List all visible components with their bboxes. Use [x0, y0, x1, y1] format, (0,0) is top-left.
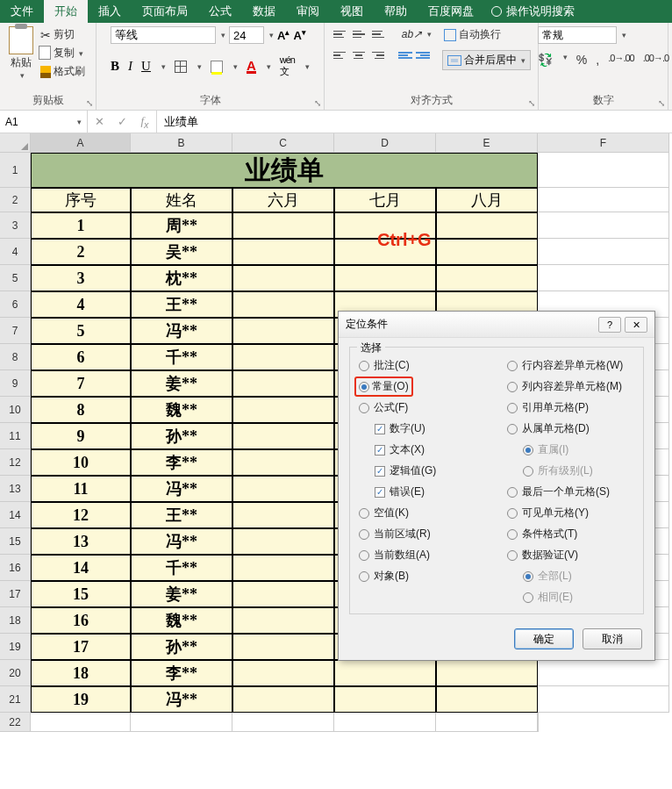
ok-button[interactable]: 确定	[514, 628, 574, 649]
radio-col-diff[interactable]: 列内容差异单元格(M)	[507, 379, 634, 394]
decrease-decimal-icon[interactable]: .00→.0	[643, 53, 668, 67]
cell[interactable]: 13	[31, 528, 131, 555]
header-cell[interactable]: 序号	[31, 188, 131, 212]
font-name-select[interactable]	[111, 26, 216, 44]
cell[interactable]: 千**	[131, 555, 232, 581]
cell[interactable]	[436, 686, 538, 713]
radio-data-val[interactable]: 数据验证(V)	[507, 548, 634, 563]
accounting-format-icon[interactable]: 💱	[538, 53, 553, 67]
font-size-select[interactable]	[229, 26, 264, 44]
header-cell[interactable]: 八月	[436, 188, 538, 212]
chevron-down-icon[interactable]: ▾	[563, 53, 568, 67]
cell[interactable]: 14	[31, 555, 131, 581]
tab-page-layout[interactable]: 页面布局	[132, 0, 198, 23]
decrease-font-icon[interactable]: A▾	[293, 28, 305, 42]
bold-button[interactable]: B	[111, 59, 119, 74]
radio-constants[interactable]: 常量(O)	[359, 379, 486, 394]
tab-file[interactable]: 文件	[0, 0, 44, 23]
cell[interactable]: 10	[31, 449, 131, 476]
cell[interactable]	[232, 581, 334, 607]
radio-current-region[interactable]: 当前区域(R)	[359, 527, 486, 542]
dialog-launcher-icon[interactable]: ⤡	[658, 98, 665, 108]
wrap-text-button[interactable]: 自动换行	[442, 26, 503, 43]
merge-center-button[interactable]: 合并后居中▾	[442, 50, 531, 70]
cell[interactable]	[232, 318, 334, 344]
cell[interactable]: 冯**	[131, 686, 232, 713]
radio-last-cell[interactable]: 最后一个单元格(S)	[507, 484, 634, 499]
cell[interactable]	[232, 634, 334, 660]
cell[interactable]: 冯**	[131, 318, 232, 344]
cell[interactable]: 王**	[131, 502, 232, 528]
tab-view[interactable]: 视图	[330, 0, 374, 23]
cell[interactable]: 冯**	[131, 528, 232, 555]
cell[interactable]	[232, 660, 334, 686]
radio-formulas[interactable]: 公式(F)	[359, 400, 486, 415]
cut-button[interactable]: ✂剪切	[39, 26, 76, 43]
format-painter-button[interactable]: 格式刷	[39, 63, 87, 80]
cell[interactable]	[436, 239, 538, 265]
align-center-icon[interactable]	[351, 47, 367, 63]
cell[interactable]: 孙**	[131, 634, 232, 660]
header-cell[interactable]: 七月	[334, 188, 436, 212]
col-header-C[interactable]: C	[232, 133, 334, 153]
cell[interactable]: 6	[31, 344, 131, 370]
radio-cond-fmt[interactable]: 条件格式(T)	[507, 527, 634, 542]
cell[interactable]	[334, 686, 436, 713]
cell[interactable]	[232, 502, 334, 528]
cell[interactable]: 千**	[131, 344, 232, 370]
cell[interactable]: 11	[31, 476, 131, 502]
cell[interactable]: 周**	[131, 212, 232, 239]
tab-help[interactable]: 帮助	[374, 0, 418, 23]
cell[interactable]	[232, 239, 334, 265]
cell[interactable]: 18	[31, 660, 131, 686]
check-numbers[interactable]: 数字(U)	[375, 421, 486, 436]
radio-row-diff[interactable]: 行内容差异单元格(W)	[507, 358, 634, 373]
cancel-formula-icon[interactable]: ✕	[88, 115, 111, 128]
col-header-D[interactable]: D	[334, 133, 436, 153]
header-cell[interactable]: 姓名	[131, 188, 232, 212]
help-icon[interactable]: ?	[598, 317, 621, 333]
increase-indent-icon[interactable]	[416, 52, 430, 59]
cell[interactable]: 吴**	[131, 239, 232, 265]
check-errors[interactable]: 错误(E)	[375, 484, 486, 499]
chevron-down-icon[interactable]: ▾	[427, 30, 432, 39]
cell[interactable]: 17	[31, 634, 131, 660]
font-color-icon[interactable]: A	[247, 60, 256, 74]
align-top-icon[interactable]	[332, 26, 347, 42]
radio-objects[interactable]: 对象(B)	[359, 569, 486, 584]
cell[interactable]: 3	[31, 265, 131, 291]
fill-color-icon[interactable]	[211, 61, 223, 73]
cell[interactable]	[436, 212, 538, 239]
col-header-A[interactable]: A	[31, 133, 131, 153]
cell[interactable]: 魏**	[131, 607, 232, 634]
cell[interactable]	[232, 449, 334, 476]
cancel-button[interactable]: 取消	[583, 628, 642, 649]
cell[interactable]: 孙**	[131, 423, 232, 449]
radio-dependents[interactable]: 从属单元格(D)	[507, 421, 634, 436]
cell[interactable]: 姜**	[131, 581, 232, 607]
phonetic-icon[interactable]: wén文	[280, 54, 295, 78]
cell[interactable]: 4	[31, 291, 131, 318]
cell[interactable]: 2	[31, 239, 131, 265]
cell[interactable]: 16	[31, 607, 131, 634]
cell[interactable]	[232, 476, 334, 502]
chevron-down-icon[interactable]: ▾	[622, 31, 626, 39]
header-cell[interactable]: 六月	[232, 188, 334, 212]
cell[interactable]	[232, 291, 334, 318]
copy-button[interactable]: 复制▾	[39, 45, 85, 61]
radio-comments[interactable]: 批注(C)	[359, 358, 486, 373]
cell[interactable]: 8	[31, 397, 131, 423]
insert-function-icon[interactable]: fx	[133, 114, 156, 130]
cell[interactable]: 李**	[131, 449, 232, 476]
check-logicals[interactable]: 逻辑值(G)	[375, 463, 486, 478]
chevron-down-icon[interactable]: ▾	[233, 62, 238, 71]
align-right-icon[interactable]	[370, 47, 386, 63]
cell[interactable]	[232, 607, 334, 634]
cell[interactable]: 5	[31, 318, 131, 344]
cell[interactable]	[232, 344, 334, 370]
cell[interactable]: 1	[31, 212, 131, 239]
paste-button[interactable]: 粘贴 ▾	[9, 26, 33, 80]
cell[interactable]	[436, 265, 538, 291]
cell[interactable]	[334, 265, 436, 291]
radio-precedents[interactable]: 引用单元格(P)	[507, 400, 634, 415]
